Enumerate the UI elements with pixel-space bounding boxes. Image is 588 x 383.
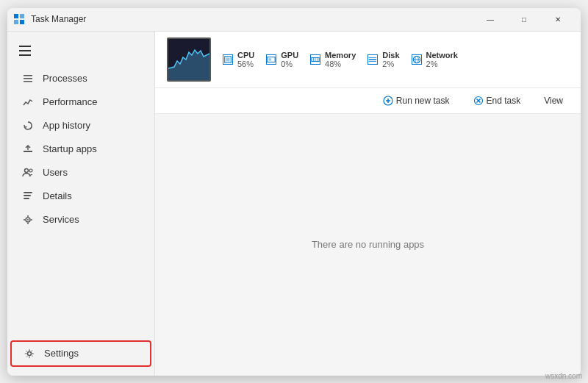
title-bar-left: Task Manager bbox=[13, 13, 86, 25]
perf-stat-memory-text: Memory 48% bbox=[325, 51, 356, 68]
mini-graph bbox=[167, 37, 211, 82]
svg-rect-11 bbox=[24, 195, 31, 196]
sidebar-item-label: Services bbox=[43, 214, 79, 225]
end-task-button[interactable]: End task bbox=[467, 93, 527, 109]
end-task-icon bbox=[473, 96, 484, 106]
perf-stat-disk: Disk 2% bbox=[368, 51, 399, 68]
network-label: Network bbox=[426, 51, 458, 60]
window-title: Task Manager bbox=[31, 14, 86, 24]
memory-value: 48% bbox=[325, 60, 356, 68]
sidebar-item-label: App history bbox=[43, 120, 90, 131]
history-icon bbox=[22, 120, 34, 132]
sidebar-item-details[interactable]: Details bbox=[10, 185, 151, 208]
gpu-value: 0% bbox=[281, 60, 298, 68]
perf-stat-network: Network 2% bbox=[412, 51, 458, 68]
disk-icon bbox=[368, 54, 378, 65]
sidebar-item-label: Settings bbox=[44, 348, 79, 359]
run-new-task-label: Run new task bbox=[396, 96, 450, 106]
sidebar-item-label: Users bbox=[43, 167, 68, 178]
cpu-icon bbox=[223, 54, 233, 65]
svg-point-9 bbox=[29, 169, 32, 172]
svg-rect-0 bbox=[14, 14, 18, 18]
sidebar-item-label: Details bbox=[43, 190, 72, 201]
end-task-label: End task bbox=[487, 96, 521, 106]
perf-header: CPU 56% GPU bbox=[155, 32, 581, 88]
sidebar-item-processes[interactable]: Processes bbox=[10, 67, 151, 90]
run-task-icon bbox=[383, 96, 393, 106]
maximize-button[interactable]: □ bbox=[507, 8, 541, 32]
svg-rect-12 bbox=[24, 198, 29, 199]
svg-rect-7 bbox=[24, 151, 32, 152]
svg-rect-23 bbox=[226, 57, 229, 61]
hamburger-button[interactable] bbox=[10, 37, 40, 64]
perf-stat-network-text: Network 2% bbox=[426, 51, 458, 68]
view-label: View bbox=[544, 96, 563, 106]
view-button[interactable]: View bbox=[538, 93, 569, 109]
network-value: 2% bbox=[426, 60, 458, 68]
svg-rect-3 bbox=[20, 20, 24, 24]
services-icon bbox=[22, 214, 34, 226]
svg-point-14 bbox=[27, 219, 29, 221]
cpu-value: 56% bbox=[237, 60, 254, 68]
details-icon bbox=[22, 190, 34, 202]
minimize-button[interactable]: — bbox=[473, 8, 507, 32]
svg-point-19 bbox=[28, 351, 32, 355]
empty-message: There are no running apps bbox=[312, 239, 424, 250]
sidebar-item-label: Performance bbox=[43, 96, 97, 107]
svg-rect-25 bbox=[269, 58, 271, 60]
svg-rect-1 bbox=[20, 14, 24, 18]
sidebar-spacer bbox=[7, 232, 154, 340]
window-controls: — □ ✕ bbox=[473, 8, 575, 32]
svg-rect-5 bbox=[24, 78, 32, 79]
hamburger-line-1 bbox=[19, 46, 31, 47]
perf-stat-cpu: CPU 56% bbox=[223, 51, 254, 68]
toolbar: Run new task End task View bbox=[155, 88, 581, 114]
svg-rect-10 bbox=[24, 192, 32, 193]
hamburger-line-3 bbox=[19, 54, 31, 56]
task-manager-window: Task Manager — □ ✕ bbox=[7, 8, 581, 376]
cpu-label: CPU bbox=[237, 51, 254, 60]
perf-stats: CPU 56% GPU bbox=[223, 51, 458, 68]
users-icon bbox=[22, 167, 34, 179]
empty-state: There are no running apps bbox=[155, 114, 581, 376]
perf-stat-memory: Memory 48% bbox=[310, 51, 356, 68]
run-new-task-button[interactable]: Run new task bbox=[377, 93, 456, 109]
memory-label: Memory bbox=[325, 51, 356, 60]
sidebar-item-settings[interactable]: Settings bbox=[10, 340, 151, 367]
chart-icon bbox=[22, 96, 34, 108]
sidebar-item-performance[interactable]: Performance bbox=[10, 90, 151, 114]
content-area: CPU 56% GPU bbox=[154, 32, 581, 376]
sidebar-item-users[interactable]: Users bbox=[10, 161, 151, 185]
startup-icon bbox=[22, 143, 34, 155]
disk-value: 2% bbox=[382, 60, 399, 68]
memory-icon bbox=[310, 54, 320, 65]
sidebar-item-app-history[interactable]: App history bbox=[10, 114, 151, 137]
perf-stat-gpu-text: GPU 0% bbox=[281, 51, 298, 68]
hamburger-line-2 bbox=[19, 50, 31, 51]
svg-rect-4 bbox=[24, 75, 32, 76]
gpu-label: GPU bbox=[281, 51, 298, 60]
network-icon bbox=[412, 54, 422, 65]
svg-point-8 bbox=[25, 168, 29, 172]
perf-stat-cpu-text: CPU 56% bbox=[237, 51, 254, 68]
sidebar: Processes Performance bbox=[7, 32, 154, 376]
settings-icon bbox=[24, 348, 35, 359]
svg-rect-2 bbox=[14, 20, 18, 24]
main-content: Processes Performance bbox=[7, 32, 581, 376]
sidebar-item-services[interactable]: Services bbox=[10, 208, 151, 232]
gpu-icon bbox=[266, 54, 276, 65]
disk-label: Disk bbox=[382, 51, 399, 60]
perf-stat-gpu: GPU 0% bbox=[266, 51, 298, 68]
sidebar-item-startup-apps[interactable]: Startup apps bbox=[10, 137, 151, 161]
watermark: wsxdn.com bbox=[545, 372, 582, 380]
close-button[interactable]: ✕ bbox=[541, 8, 575, 32]
app-icon bbox=[13, 13, 25, 25]
title-bar: Task Manager — □ ✕ bbox=[7, 8, 581, 32]
sidebar-item-label: Processes bbox=[43, 73, 87, 84]
svg-rect-6 bbox=[24, 81, 32, 82]
perf-stat-disk-text: Disk 2% bbox=[382, 51, 399, 68]
list-icon bbox=[22, 73, 34, 85]
sidebar-item-label: Startup apps bbox=[43, 143, 97, 154]
